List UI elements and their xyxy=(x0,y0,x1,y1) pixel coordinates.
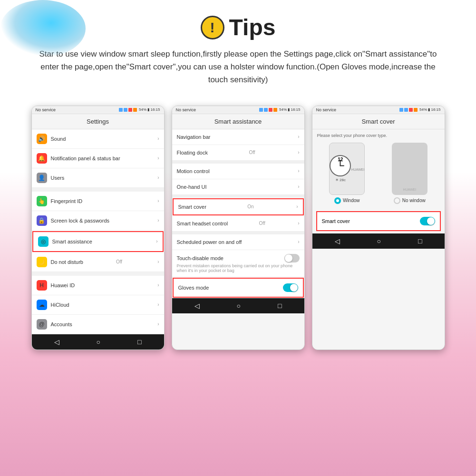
headset-value: Off xyxy=(259,221,265,226)
smart-assistance-chevron: › xyxy=(156,239,157,244)
smart-cover-toggle-row: Smart cover xyxy=(316,211,441,231)
phone3-status-left: No service xyxy=(316,107,337,112)
onehand-label: One-hand UI xyxy=(177,184,207,190)
smart-cover-knob xyxy=(427,217,435,225)
settings-item-fingerprint[interactable]: 👆 Fingerprint ID › xyxy=(32,192,164,211)
phone1-recent-btn[interactable]: □ xyxy=(137,338,141,346)
phones-container: No service 54% ▮ 16:15 Settings 🔊 Sound … xyxy=(0,91,476,350)
nowindow-huawei-logo: HUAWEI xyxy=(403,188,416,191)
hicloud-icon: ☁ xyxy=(37,300,47,310)
screenlock-icon: 🔒 xyxy=(37,215,47,226)
smart-item-motion[interactable]: Motion control › xyxy=(172,164,304,179)
phone2-status-icons: 54% ▮ 16:15 xyxy=(259,107,301,112)
floating-value: Off xyxy=(249,150,255,155)
gloves-knob xyxy=(290,284,298,291)
settings-item-notification[interactable]: 🔔 Notification panel & status bar › xyxy=(32,149,164,168)
clock-temp: ☀ 28c xyxy=(330,178,351,182)
phone3-back-btn[interactable]: ◁ xyxy=(335,237,340,245)
accounts-icon: @ xyxy=(37,319,47,330)
settings-item-accounts[interactable]: @ Accounts › xyxy=(32,315,164,334)
phone-1-settings: No service 54% ▮ 16:15 Settings 🔊 Sound … xyxy=(31,106,165,350)
gloves-toggle[interactable] xyxy=(283,283,298,292)
sound-icon: 🔊 xyxy=(37,134,47,144)
phone3-home-btn[interactable]: ○ xyxy=(377,237,381,245)
section-gap-2 xyxy=(32,272,164,276)
phone1-status-left: No service xyxy=(36,107,56,112)
phone3-status-icons: 54% ▮ 16:15 xyxy=(399,107,441,112)
settings-item-users[interactable]: 👤 Users › xyxy=(32,168,164,188)
p3-icon-2 xyxy=(404,108,408,112)
gloves-label: Gloves mode xyxy=(178,285,209,291)
phone2-home-btn[interactable]: ○ xyxy=(237,302,241,310)
navigation-label: Navigation bar xyxy=(177,134,211,140)
touch-disable-knob xyxy=(285,254,292,262)
cover-select-text: Please select your phone cover type. xyxy=(312,129,445,140)
phone-2-smart-assistance: No service 54% ▮ 16:15 Smart assistance … xyxy=(172,106,305,350)
huaweiid-chevron: › xyxy=(157,282,159,288)
phone3-screen-title: Smart cover xyxy=(312,114,445,129)
settings-item-donotdisturb[interactable]: 🌙 Do not disturb Off › xyxy=(32,253,164,272)
notification-label: Notification panel & status bar xyxy=(51,155,120,161)
smartcover-chevron: › xyxy=(296,204,298,209)
donotdisturb-value: Off xyxy=(116,259,122,264)
settings-item-huaweiid[interactable]: H Huawei ID › xyxy=(32,276,164,295)
phone1-screen-title: Settings xyxy=(32,114,164,129)
donotdisturb-chevron: › xyxy=(157,259,159,264)
huaweiid-icon: H xyxy=(37,280,47,291)
touch-disable-label: Touch-disable mode xyxy=(177,255,223,261)
hicloud-chevron: › xyxy=(157,302,159,307)
phone2-recent-btn[interactable]: □ xyxy=(278,302,282,310)
blue-blob-decoration xyxy=(0,0,86,57)
smart-item-onehand[interactable]: One-hand UI › xyxy=(172,179,304,195)
p2-icon-2 xyxy=(264,108,268,112)
phone2-screen-title: Smart assistance xyxy=(172,114,304,129)
motion-label: Motion control xyxy=(177,168,210,174)
floating-label: Floating dock xyxy=(177,150,208,155)
smart-item-navigation[interactable]: Navigation bar › xyxy=(172,129,304,145)
huaweiid-label: Huawei ID xyxy=(51,282,75,288)
touch-disable-title: Touch-disable mode xyxy=(177,254,300,262)
motion-chevron: › xyxy=(298,168,299,174)
nowindow-radio-option[interactable]: No window xyxy=(394,197,426,204)
icon-4 xyxy=(133,108,137,112)
icon-2 xyxy=(124,108,127,112)
clock-display: 12 ☀ 28c xyxy=(330,155,351,182)
smart-item-smartcover[interactable]: Smart cover On › xyxy=(173,198,304,215)
phone3-recent-btn[interactable]: □ xyxy=(418,237,422,245)
touch-disable-toggle[interactable] xyxy=(284,254,300,262)
icon-3 xyxy=(128,108,132,112)
icon-1 xyxy=(119,108,123,112)
nowindow-radio-circle xyxy=(394,197,400,204)
phone1-settings-list: 🔊 Sound › 🔔 Notification panel & status … xyxy=(32,129,164,334)
smart-item-floating[interactable]: Floating dock Off › xyxy=(172,145,304,161)
phone1-back-btn[interactable]: ◁ xyxy=(54,338,59,346)
phone2-back-btn[interactable]: ◁ xyxy=(194,302,200,310)
phone1-home-btn[interactable]: ○ xyxy=(97,338,100,346)
nowindow-radio-label: No window xyxy=(402,198,426,203)
hicloud-label: HiCloud xyxy=(51,302,69,308)
settings-item-screenlock[interactable]: 🔒 Screen lock & passwords › xyxy=(32,211,164,231)
smart-cover-toggle[interactable] xyxy=(420,217,435,225)
users-icon: 👤 xyxy=(37,173,47,183)
settings-item-sound[interactable]: 🔊 Sound › xyxy=(32,129,164,149)
smart-item-gloves[interactable]: Gloves mode xyxy=(173,278,304,298)
settings-item-smart-assistance[interactable]: ◎ Smart assistance › xyxy=(32,231,164,252)
settings-item-hicloud[interactable]: ☁ HiCloud › xyxy=(32,295,164,315)
tips-description: Star to use view window smart sleep func… xyxy=(24,48,452,87)
accounts-chevron: › xyxy=(157,321,159,327)
cover-option-nowindow[interactable]: HUAWEI No window xyxy=(392,143,427,204)
cover-option-window[interactable]: 12 ☀ 28c HUAWEI Window xyxy=(329,143,365,204)
nowindow-phone-img: HUAWEI xyxy=(392,143,427,195)
window-radio-option[interactable]: Window xyxy=(334,197,360,204)
p2-icon-1 xyxy=(259,108,263,112)
smart-item-headset[interactable]: Smart headset control Off › xyxy=(172,216,304,232)
users-chevron: › xyxy=(157,175,159,180)
p2-sep-2 xyxy=(172,195,304,198)
sound-label: Sound xyxy=(51,136,66,142)
smart-item-scheduled[interactable]: Scheduled power on and off › xyxy=(172,234,304,250)
cover-options: 12 ☀ 28c HUAWEI Window xyxy=(312,140,445,209)
touch-disable-row: Touch-disable mode Prevent mistaken oper… xyxy=(172,250,304,277)
sound-chevron: › xyxy=(157,136,159,141)
phone1-status-icons: 54% ▮ 16:15 xyxy=(119,107,160,112)
smart-assistance-label: Smart assistance xyxy=(52,239,92,244)
